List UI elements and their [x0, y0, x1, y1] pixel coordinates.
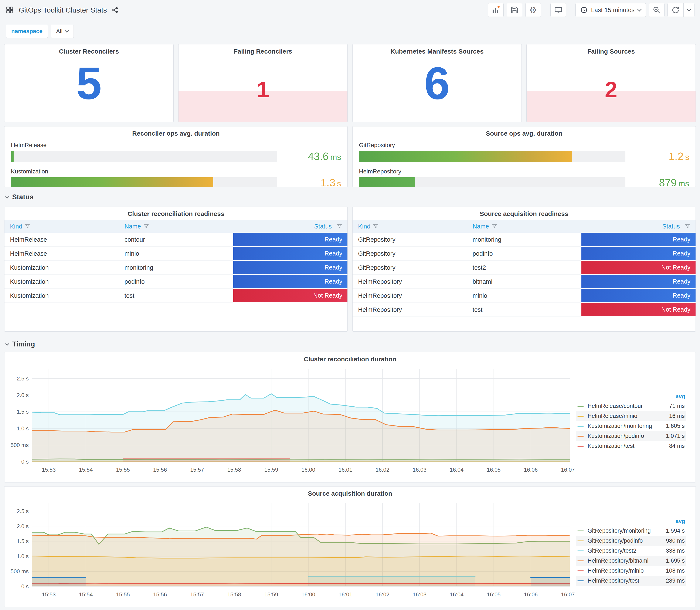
svg-text:500 ms: 500 ms — [11, 568, 29, 575]
legend-item[interactable]: Kustomization/monitoring1.605 s — [576, 421, 686, 431]
refresh-button[interactable] — [668, 3, 683, 17]
legend-series-name: HelmRelease/contour — [588, 403, 669, 410]
column-header-name[interactable]: Name — [119, 223, 233, 230]
legend-series-swatch — [577, 550, 584, 551]
svg-text:1.5 s: 1.5 s — [17, 408, 29, 415]
legend-avg-header[interactable]: avg — [576, 392, 686, 401]
legend-series-swatch — [577, 446, 584, 447]
legend-item[interactable]: HelmRelease/minio16 ms — [576, 411, 686, 421]
table-row[interactable]: HelmRepositorytestNot Ready — [353, 303, 696, 317]
time-series-plot[interactable]: 0 s500 ms1.0 s1.5 s2.0 s2.5 s15:5315:541… — [4, 363, 576, 480]
chart-legend: avgHelmRelease/contour71 msHelmRelease/m… — [576, 363, 692, 480]
legend-series-avg-value: 16 ms — [669, 413, 685, 419]
cell-kind: HelmRepository — [353, 289, 467, 303]
legend-series-avg-value: 1.594 s — [666, 528, 685, 534]
add-panel-button[interactable] — [488, 3, 504, 17]
table-row[interactable]: KustomizationtestNot Ready — [4, 289, 347, 303]
cell-status-badge: Ready — [582, 233, 696, 247]
legend-item[interactable]: GitRepository/test2338 ms — [576, 546, 686, 556]
section-status[interactable]: Status — [6, 193, 34, 201]
bar-track — [11, 177, 277, 187]
table-row[interactable]: KustomizationmonitoringReady — [4, 261, 347, 275]
filter-funnel-icon — [144, 224, 149, 229]
chart-panel-source-acquisition-duration[interactable]: Source acquisition duration 0 s500 ms1.0… — [4, 486, 696, 607]
table-panel-cluster-reconciliation-readiness[interactable]: Cluster reconciliation readiness Kind Na… — [4, 207, 348, 332]
svg-text:15:54: 15:54 — [79, 591, 93, 598]
legend-item[interactable]: GitRepository/monitoring1.594 s — [576, 526, 686, 536]
column-header-name[interactable]: Name — [467, 223, 582, 230]
table-row[interactable]: GitRepositorypodinfoReady — [353, 247, 696, 261]
chart-panel-cluster-reconciliation-duration[interactable]: Cluster reconciliation duration 0 s500 m… — [4, 352, 696, 482]
table-body: GitRepositorymonitoringReadyGitRepositor… — [353, 233, 696, 317]
legend-series-swatch — [577, 571, 584, 571]
cell-status-badge: Not Ready — [582, 303, 696, 317]
svg-text:16:02: 16:02 — [375, 591, 389, 598]
column-header-status[interactable]: Status — [233, 223, 347, 230]
time-range-picker[interactable]: Last 15 minutes — [575, 3, 646, 17]
legend-item[interactable]: Kustomization/test84 ms — [576, 441, 686, 451]
table-row[interactable]: HelmRepositoryminioReady — [353, 289, 696, 303]
stat-panel-failing-sources[interactable]: Failing Sources 2 — [526, 44, 696, 122]
legend-series-swatch — [577, 416, 584, 417]
variable-namespace-value-dropdown[interactable]: All — [51, 25, 74, 38]
cycle-view-mode-button[interactable] — [550, 3, 566, 17]
stat-panel-cluster-reconcilers[interactable]: Cluster Reconcilers 5 — [4, 44, 174, 122]
legend-item[interactable]: HelmRelease/contour71 ms — [576, 401, 686, 411]
bargauge-panel-source-ops[interactable]: Source ops avg. duration GitRepository 1… — [352, 126, 696, 187]
legend-series-avg-value: 84 ms — [669, 443, 685, 449]
panel-title: Failing Sources — [526, 44, 696, 55]
column-header-kind[interactable]: Kind — [353, 223, 467, 230]
bargauge-helmrelease: HelmRelease 43.6ms — [11, 142, 341, 163]
table-row[interactable]: HelmReleaseminioReady — [4, 247, 347, 261]
table-row[interactable]: GitRepositorytest2Not Ready — [353, 261, 696, 275]
legend-item[interactable]: HelmRepository/test289 ms — [576, 576, 686, 586]
svg-text:15:54: 15:54 — [79, 467, 93, 473]
table-row[interactable]: KustomizationpodinfoReady — [4, 275, 347, 289]
table-row[interactable]: HelmReleasecontourReady — [4, 233, 347, 247]
svg-text:2.0 s: 2.0 s — [17, 523, 29, 529]
stat-panel-kubernetes-manifests-sources[interactable]: Kubernetes Manifests Sources 6 — [352, 44, 522, 122]
stat-panel-failing-reconcilers[interactable]: Failing Reconcilers 1 — [178, 44, 348, 122]
svg-text:15:55: 15:55 — [116, 591, 130, 598]
svg-text:15:53: 15:53 — [42, 467, 56, 473]
legend-item[interactable]: HelmRepository/bitnami1.695 s — [576, 556, 686, 566]
legend-avg-header[interactable]: avg — [576, 517, 686, 526]
bar-fill — [11, 151, 14, 162]
legend-series-swatch — [577, 541, 584, 541]
cell-kind: Kustomization — [4, 275, 119, 289]
legend-series-avg-value: 71 ms — [669, 403, 685, 410]
svg-text:15:57: 15:57 — [190, 591, 204, 598]
bargauge-panel-reconciler-ops[interactable]: Reconciler ops avg. duration HelmRelease… — [4, 126, 348, 187]
zoom-out-button[interactable] — [649, 3, 665, 17]
svg-text:16:00: 16:00 — [301, 467, 315, 473]
svg-text:2.5 s: 2.5 s — [17, 508, 29, 514]
dashboard-variables: namespace All — [6, 25, 74, 38]
legend-item[interactable]: GitRepository/podinfo980 ms — [576, 536, 686, 546]
column-header-status[interactable]: Status — [582, 223, 696, 230]
svg-text:16:05: 16:05 — [487, 467, 501, 473]
refresh-interval-button[interactable] — [683, 3, 694, 17]
table-row[interactable]: GitRepositorymonitoringReady — [353, 233, 696, 247]
bar-value: 43.6ms — [277, 150, 341, 163]
share-icon[interactable] — [112, 6, 119, 14]
column-header-kind[interactable]: Kind — [4, 223, 119, 230]
svg-text:16:04: 16:04 — [450, 591, 463, 598]
save-dashboard-button[interactable] — [507, 3, 522, 17]
dashboard-grid-icon[interactable] — [5, 6, 14, 14]
dashboard-settings-button[interactable]: ⚙ — [525, 3, 541, 17]
table-panel-source-acquisition-readiness[interactable]: Source acquisition readiness Kind Name S… — [352, 207, 696, 332]
legend-series-swatch — [577, 406, 584, 406]
svg-text:16:07: 16:07 — [561, 591, 575, 598]
bargauge-gitrepository: GitRepository 1.2s — [359, 142, 689, 163]
legend-item[interactable]: HelmRepository/minio108 ms — [576, 566, 686, 576]
bar-fill — [359, 151, 572, 162]
section-timing[interactable]: Timing — [6, 340, 35, 348]
clock-icon — [580, 6, 588, 14]
table-row[interactable]: HelmRepositorybitnamiReady — [353, 275, 696, 289]
bar-label: GitRepository — [359, 142, 689, 148]
time-series-plot[interactable]: 0 s500 ms1.0 s1.5 s2.0 s2.5 s15:5315:541… — [4, 497, 576, 605]
svg-text:15:56: 15:56 — [153, 467, 167, 473]
legend-item[interactable]: Kustomization/podinfo1.071 s — [576, 431, 686, 441]
cell-kind: HelmRepository — [353, 303, 467, 317]
legend-series-swatch — [577, 426, 584, 427]
